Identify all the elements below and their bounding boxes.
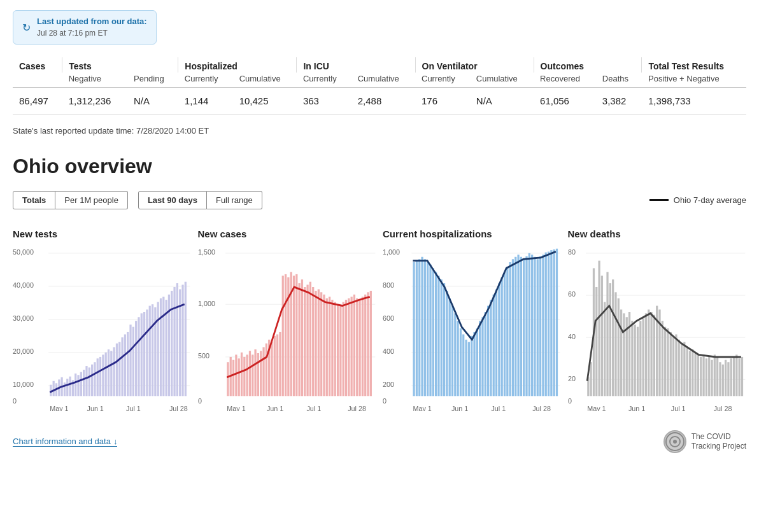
svg-rect-93 xyxy=(284,274,286,396)
hospitalizations-chart: 1,000 800 600 400 200 0 xyxy=(383,246,562,411)
new-cases-title: New cases xyxy=(198,228,377,239)
svg-rect-34 xyxy=(113,347,115,396)
svg-rect-101 xyxy=(306,285,308,396)
svg-rect-174 xyxy=(506,267,508,396)
svg-rect-180 xyxy=(523,260,525,396)
svg-rect-106 xyxy=(320,293,322,396)
svg-rect-229 xyxy=(650,312,652,396)
range-filter-group: Last 90 days Full range xyxy=(138,191,262,209)
overview-title: Ohio overview xyxy=(13,155,746,178)
legend-label: Ohio 7-day average xyxy=(674,195,746,205)
svg-text:Jul 28: Jul 28 xyxy=(532,405,551,411)
svg-rect-154 xyxy=(451,306,453,396)
chart-info-arrow: ↓ xyxy=(113,437,118,446)
filter-last-90[interactable]: Last 90 days xyxy=(138,191,207,209)
svg-rect-41 xyxy=(132,327,134,396)
svg-rect-213 xyxy=(606,272,608,396)
svg-rect-171 xyxy=(498,283,500,396)
svg-text:20: 20 xyxy=(568,375,576,383)
filter-full-range[interactable]: Full range xyxy=(207,191,262,209)
svg-rect-148 xyxy=(435,272,437,396)
svg-rect-45 xyxy=(143,312,145,396)
svg-rect-59 xyxy=(181,285,183,396)
svg-rect-108 xyxy=(325,298,327,396)
svg-rect-251 xyxy=(711,360,713,396)
svg-rect-29 xyxy=(99,357,101,396)
col-ventilator: On Ventilator xyxy=(415,57,534,73)
filter-totals[interactable]: Totals xyxy=(13,191,55,209)
svg-rect-215 xyxy=(612,280,614,396)
new-cases-section: New cases 1,500 1,000 500 0 xyxy=(198,228,377,411)
svg-rect-112 xyxy=(336,305,338,396)
svg-rect-179 xyxy=(520,257,522,396)
svg-rect-116 xyxy=(348,298,350,396)
svg-rect-248 xyxy=(702,355,704,396)
svg-rect-243 xyxy=(688,351,690,396)
svg-rect-76 xyxy=(238,359,239,396)
svg-rect-162 xyxy=(473,332,475,396)
svg-rect-33 xyxy=(110,351,112,396)
svg-rect-157 xyxy=(460,328,462,396)
col-tests: Tests xyxy=(62,57,178,73)
val-hosp-cumulative: 10,425 xyxy=(233,88,297,115)
val-total-results: 1,398,733 xyxy=(642,88,746,115)
update-datetime: Jul 28 at 7:16 pm ET xyxy=(37,29,108,38)
filter-per-1m[interactable]: Per 1M people xyxy=(55,191,128,209)
sub-icu-current: Currently xyxy=(297,73,351,88)
svg-rect-145 xyxy=(427,262,429,396)
svg-rect-86 xyxy=(265,344,267,396)
svg-rect-238 xyxy=(675,335,677,396)
svg-rect-212 xyxy=(604,302,606,396)
svg-rect-237 xyxy=(672,336,674,396)
svg-rect-104 xyxy=(315,291,316,396)
new-cases-chart: 1,500 1,000 500 0 xyxy=(198,246,377,411)
svg-rect-159 xyxy=(465,340,467,396)
svg-rect-178 xyxy=(517,255,519,396)
val-icu-current: 363 xyxy=(297,88,351,115)
svg-text:10,000: 10,000 xyxy=(13,381,34,389)
svg-rect-189 xyxy=(548,252,550,396)
svg-text:200: 200 xyxy=(383,381,394,389)
svg-rect-144 xyxy=(424,260,426,396)
svg-rect-44 xyxy=(141,314,143,396)
svg-rect-167 xyxy=(487,306,489,396)
val-deaths: 3,382 xyxy=(596,88,642,115)
svg-text:500: 500 xyxy=(198,352,209,360)
hospitalizations-section: Current hospitalizations 1,000 800 600 4… xyxy=(383,228,562,411)
svg-rect-253 xyxy=(716,357,718,396)
chart-info-link[interactable]: Chart information and data ↓ xyxy=(13,437,117,447)
svg-rect-56 xyxy=(173,287,175,396)
svg-rect-109 xyxy=(328,297,330,396)
svg-text:Jun 1: Jun 1 xyxy=(628,405,644,411)
svg-text:Jul 28: Jul 28 xyxy=(169,405,188,411)
svg-rect-187 xyxy=(542,255,544,396)
svg-rect-239 xyxy=(677,340,679,396)
svg-rect-184 xyxy=(534,257,536,396)
update-text: Last updated from our data: Jul 28 at 7:… xyxy=(37,16,147,39)
svg-rect-105 xyxy=(317,290,319,396)
svg-rect-166 xyxy=(485,312,486,396)
svg-rect-81 xyxy=(252,355,253,396)
svg-rect-55 xyxy=(171,291,173,396)
svg-rect-249 xyxy=(705,359,707,396)
svg-rect-165 xyxy=(481,318,483,396)
svg-rect-250 xyxy=(708,357,710,396)
svg-rect-84 xyxy=(260,351,262,396)
svg-rect-228 xyxy=(648,310,649,396)
svg-text:40,000: 40,000 xyxy=(13,281,34,290)
sub-recovered: Recovered xyxy=(534,73,596,88)
svg-rect-114 xyxy=(342,302,344,396)
svg-rect-241 xyxy=(683,342,685,396)
svg-rect-225 xyxy=(639,321,641,396)
svg-rect-77 xyxy=(240,353,242,396)
col-total-results: Total Test Results xyxy=(642,57,746,73)
svg-rect-141 xyxy=(416,261,418,396)
svg-rect-96 xyxy=(292,276,294,396)
chart-legend: Ohio 7-day average xyxy=(649,195,746,205)
svg-rect-207 xyxy=(590,363,592,396)
legend-line-icon xyxy=(649,199,669,201)
metric-filter-group: Totals Per 1M people xyxy=(13,191,128,209)
svg-rect-235 xyxy=(667,328,669,396)
svg-rect-97 xyxy=(295,274,297,396)
svg-rect-160 xyxy=(468,342,470,396)
